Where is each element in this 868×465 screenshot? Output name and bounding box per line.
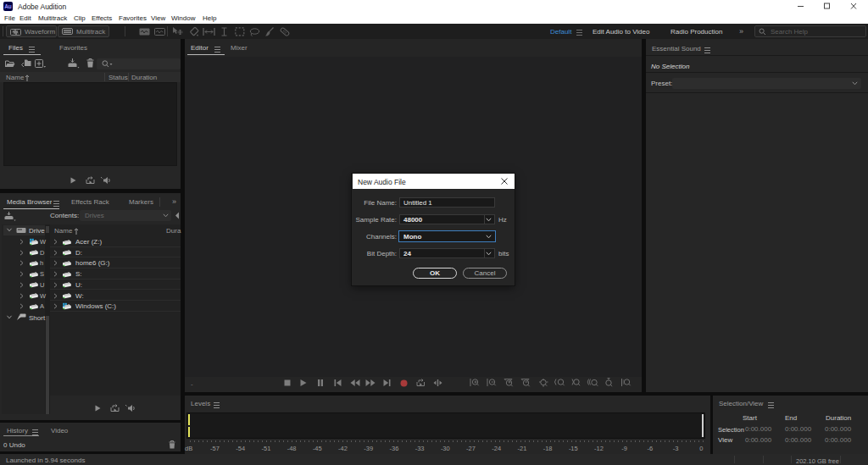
svg-text:Au: Au [4, 3, 12, 9]
